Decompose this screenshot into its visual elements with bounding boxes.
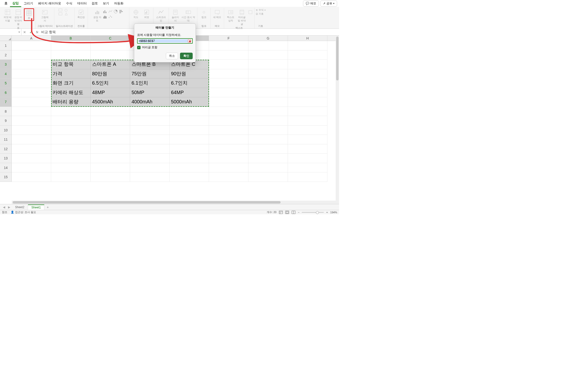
cell-H5[interactable] [288, 78, 327, 88]
pie-chart-icon[interactable] [114, 9, 118, 14]
row-header-10[interactable]: 10 [0, 126, 12, 135]
row-header-11[interactable]: 11 [0, 135, 12, 144]
cell-B6[interactable]: 카메라 해상도 [51, 88, 91, 98]
column-header-C[interactable]: C [91, 36, 130, 41]
cell-B3[interactable]: 비교 항목 [51, 60, 91, 69]
cell-E9[interactable] [169, 116, 209, 126]
zoom-in-button[interactable]: + [326, 211, 328, 214]
new-memo-button[interactable]: 새 메모 [212, 8, 222, 20]
shapes-button[interactable] [57, 8, 72, 16]
cell-H12[interactable] [288, 144, 327, 154]
cell-G1[interactable] [248, 41, 288, 50]
memo-button[interactable]: 💬메모 [303, 0, 319, 7]
sheet-tab-sheet2[interactable]: Sheet2 [12, 205, 28, 210]
header-footer-button[interactable]: 머리글 및 바닥글 [236, 8, 247, 26]
horizontal-scrollbar[interactable] [12, 201, 336, 204]
cell-A13[interactable] [12, 153, 51, 163]
pivot-table-button[interactable]: 피벗 테이블 [2, 8, 13, 23]
slicer-button[interactable]: 슬라이서 [170, 8, 180, 23]
name-box[interactable] [0, 29, 21, 35]
cell-C9[interactable] [91, 116, 130, 126]
cell-C15[interactable] [91, 172, 130, 182]
cell-C2[interactable] [91, 50, 130, 60]
cell-H13[interactable] [288, 153, 327, 163]
cell-D7[interactable]: 4000mAh [130, 97, 169, 107]
cell-E5[interactable]: 6.7인치 [169, 78, 209, 88]
cell-E13[interactable] [169, 153, 209, 163]
column-chart-icon[interactable] [103, 9, 107, 14]
timeline-button[interactable]: 시간 표시 막대 [181, 8, 196, 23]
cell-E11[interactable] [169, 135, 209, 144]
cell-C6[interactable]: 48MP [91, 88, 130, 98]
fx-icon[interactable]: fx [34, 31, 40, 34]
cell-G13[interactable] [248, 153, 288, 163]
cell-B11[interactable] [51, 135, 91, 144]
sheet-tab-sheet1[interactable]: Sheet1 [28, 205, 44, 210]
cell-G11[interactable] [248, 135, 288, 144]
cell-A3[interactable] [12, 60, 51, 69]
row-header-13[interactable]: 13 [0, 153, 12, 163]
cell-A6[interactable] [12, 88, 51, 98]
cell-F13[interactable] [209, 153, 248, 163]
row-header-1[interactable]: 1 [0, 41, 12, 50]
cell-C1[interactable] [91, 41, 130, 50]
cell-H2[interactable] [288, 50, 327, 60]
cell-D9[interactable] [130, 116, 169, 126]
page-layout-view-icon[interactable] [285, 211, 289, 214]
cell-E10[interactable] [169, 126, 209, 135]
cell-E15[interactable] [169, 172, 209, 182]
cell-H9[interactable] [288, 116, 327, 126]
cell-G6[interactable] [248, 88, 288, 98]
cell-F7[interactable] [209, 97, 248, 107]
cell-G10[interactable] [248, 126, 288, 135]
cell-E4[interactable]: 90만원 [169, 69, 209, 79]
cell-C12[interactable] [91, 144, 130, 154]
bar-chart-icon[interactable] [119, 9, 123, 14]
zoom-level[interactable]: 194% [330, 211, 337, 214]
menu-draw[interactable]: 그리기 [21, 0, 36, 7]
cell-A11[interactable] [12, 135, 51, 144]
checkbox-button[interactable]: 확인란 [76, 8, 86, 20]
map-button[interactable]: 지도 [131, 8, 141, 20]
menu-review[interactable]: 검토 [89, 0, 100, 7]
column-header-G[interactable]: G [248, 36, 288, 41]
cell-H10[interactable] [288, 126, 327, 135]
range-selector-icon[interactable] [188, 39, 191, 43]
cell-G12[interactable] [248, 144, 288, 154]
cell-B15[interactable] [51, 172, 91, 182]
cell-H4[interactable] [288, 69, 327, 79]
cell-C13[interactable] [91, 153, 130, 163]
column-header-H[interactable]: H [288, 36, 327, 41]
cell-A5[interactable] [12, 78, 51, 88]
cell-D4[interactable]: 75만원 [130, 69, 169, 79]
cell-F11[interactable] [209, 135, 248, 144]
cell-B9[interactable] [51, 116, 91, 126]
cell-E12[interactable] [169, 144, 209, 154]
zoom-slider[interactable] [302, 212, 324, 213]
ok-button[interactable]: 확인 [180, 53, 193, 59]
cell-F9[interactable] [209, 116, 248, 126]
column-header-F[interactable]: F [209, 36, 248, 41]
cell-F1[interactable] [209, 41, 248, 50]
table-button[interactable]: 표 [24, 8, 34, 21]
cell-C11[interactable] [91, 135, 130, 144]
cell-F5[interactable] [209, 78, 248, 88]
cell-C7[interactable]: 4500mAh [91, 97, 130, 107]
cell-A7[interactable] [12, 97, 51, 107]
cell-G2[interactable] [248, 50, 288, 60]
enter-formula-icon[interactable]: ✓ [28, 30, 34, 34]
cell-A2[interactable] [12, 50, 51, 60]
cell-F15[interactable] [209, 172, 248, 182]
link-button[interactable]: 링크 [199, 8, 209, 20]
cell-B7[interactable]: 배터리 용량 [51, 97, 91, 107]
area-chart-icon[interactable] [103, 15, 107, 19]
cell-G8[interactable] [248, 107, 288, 116]
page-break-view-icon[interactable] [292, 211, 295, 214]
row-header-3[interactable]: 3 [0, 60, 12, 69]
cell-D13[interactable] [130, 153, 169, 163]
cell-D6[interactable]: 50MP [130, 88, 169, 98]
line-chart-icon[interactable] [108, 9, 113, 14]
row-header-12[interactable]: 12 [0, 144, 12, 154]
cell-B1[interactable] [51, 41, 91, 50]
cell-F6[interactable] [209, 88, 248, 98]
